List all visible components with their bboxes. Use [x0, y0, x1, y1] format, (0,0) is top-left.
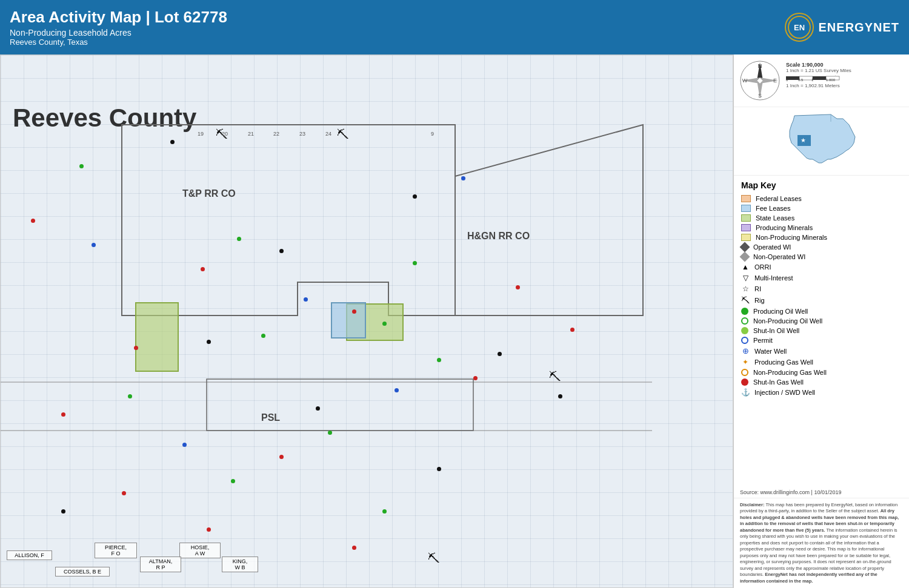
well-marker [279, 455, 284, 459]
key-item-nonprod-oil: Non-Producing Oil Well [741, 317, 902, 325]
well-marker [207, 527, 211, 532]
key-label-water: Water Well [754, 348, 787, 355]
well-marker [570, 328, 574, 332]
texas-map-svg: ★ [782, 110, 861, 170]
key-item-federal: Federal Leases [741, 195, 902, 202]
key-label-ri: RI [754, 285, 761, 292]
svg-text:S: S [758, 93, 762, 99]
well-marker [316, 406, 320, 411]
logo-area: EN ENERGYNET [785, 13, 899, 42]
key-label-federal: Federal Leases [756, 195, 802, 202]
key-item-shutin-gas: Shut-In Gas Well [741, 378, 902, 386]
svg-text:E: E [773, 78, 777, 84]
rig-icon: ⛏ [337, 128, 349, 142]
disclaimer: Disclaimer: This map has been prepared b… [734, 498, 909, 589]
page-title: Area Activity Map | Lot 62778 [10, 8, 227, 27]
well-marker [61, 509, 65, 514]
well-marker [128, 394, 132, 398]
well-marker [382, 509, 387, 514]
well-marker [352, 309, 356, 314]
key-icon-nonoperated-wi [740, 252, 750, 262]
compass-rose: N S E W [739, 59, 781, 102]
disclaimer-label: Disclaimer: [740, 502, 766, 507]
well-marker [328, 431, 332, 435]
well-marker [516, 285, 520, 289]
source-line: Source: www.drillinginfo.com | 10/01/201… [734, 488, 909, 498]
page-county: Reeves County, Texas [10, 38, 227, 47]
key-item-multi: ▽ Multi-Interest [741, 274, 902, 282]
well-marker [134, 346, 138, 350]
county-label: Reeves County [13, 104, 196, 133]
key-item-nonoperated-wi: Non-Operated WI [741, 253, 902, 260]
key-swatch-state [741, 214, 751, 222]
key-icon-orri: ▲ [741, 263, 750, 271]
well-marker [558, 394, 562, 398]
key-swatch-prod-minerals [741, 224, 751, 231]
section-label: 9 [431, 131, 434, 137]
well-marker [237, 237, 241, 241]
key-item-rig: ⛏ Rig [741, 296, 902, 305]
well-marker [170, 140, 175, 144]
lease-fee-1 [331, 302, 366, 339]
key-label-nonoperated-wi: Non-Operated WI [753, 253, 805, 260]
key-item-permit: Permit [741, 337, 902, 344]
main-content: Reeves County T&P RR CO H&GN RR CO PSL [0, 55, 909, 588]
psl-label: PSL [261, 412, 280, 423]
key-icon-permit [741, 337, 748, 344]
key-icon-prod-gas: ✦ [741, 358, 750, 366]
key-item-state: State Leases [741, 214, 902, 222]
well-marker [182, 443, 187, 447]
key-item-shutin-oil: Shut-In Oil Well [741, 327, 902, 334]
well-marker [231, 479, 235, 483]
well-marker [473, 376, 478, 380]
well-marker [437, 467, 441, 471]
key-label-prod-minerals: Producing Minerals [756, 224, 813, 231]
key-label-permit: Permit [753, 337, 773, 344]
landowner-box: HOSIE,A W [179, 543, 221, 558]
key-label-nonprod-minerals: Non-Producing Minerals [756, 234, 827, 241]
key-item-injection: ⚓ Injection / SWD Well [741, 388, 902, 397]
key-label-injection: Injection / SWD Well [754, 389, 815, 396]
svg-rect-18 [813, 76, 826, 80]
well-marker [413, 261, 417, 265]
well-marker [201, 267, 205, 271]
svg-text:0.5: 0.5 [798, 78, 804, 81]
key-item-prod-gas: ✦ Producing Gas Well [741, 358, 902, 366]
landowner-box: COSSELS, B E [55, 567, 110, 576]
section-label: 20 [222, 131, 228, 137]
lease-state-1 [135, 302, 179, 372]
section-label: 21 [248, 131, 254, 137]
well-marker [413, 194, 417, 199]
key-item-operated-wi: Operated WI [741, 243, 902, 251]
section-label: 23 [299, 131, 305, 137]
compass-section: N S E W Scale 1:90,000 1 Inch = 1.21 US … [734, 55, 909, 107]
landowner-box: ALLISON, F [7, 550, 52, 560]
section-label: 19 [198, 131, 204, 137]
key-swatch-fee [741, 205, 751, 212]
page-subtitle: Non-Producing Leasehold Acres [10, 28, 227, 38]
svg-text:2,000: 2,000 [833, 75, 841, 76]
key-icon-water: ⊕ [741, 346, 750, 355]
well-marker [279, 249, 284, 253]
key-label-prod-gas: Producing Gas Well [754, 358, 813, 366]
well-marker [79, 164, 84, 168]
key-label-prod-oil: Producing Oil Well [753, 308, 808, 315]
well-marker [31, 219, 35, 223]
svg-text:1,000: 1,000 [826, 78, 836, 81]
landowner-box: PIERCE,F O [95, 543, 137, 558]
svg-text:W: W [742, 78, 748, 84]
well-marker [395, 388, 399, 392]
key-label-state: State Leases [756, 214, 794, 222]
well-marker [207, 340, 211, 344]
well-marker [382, 322, 387, 326]
section-label: 22 [273, 131, 279, 137]
key-label-fee: Fee Leases [756, 205, 790, 212]
key-icon-shutin-gas [741, 378, 748, 386]
well-marker [261, 334, 265, 338]
well-marker [498, 352, 502, 356]
header: Area Activity Map | Lot 62778 Non-Produc… [0, 0, 909, 55]
key-item-water: ⊕ Water Well [741, 346, 902, 355]
section-label: 24 [325, 131, 331, 137]
key-label-multi: Multi-Interest [754, 274, 793, 282]
key-icon-nonprod-oil [741, 317, 748, 325]
